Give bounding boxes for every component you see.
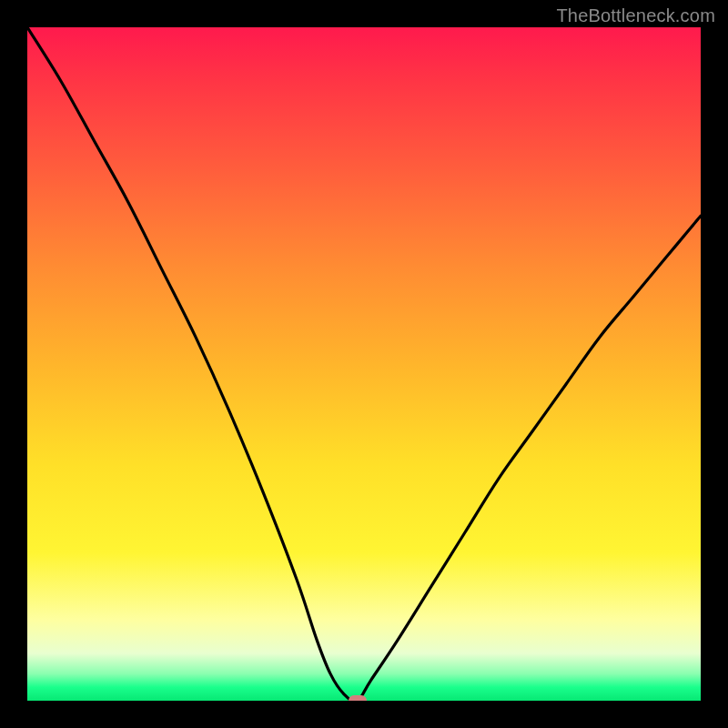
optimal-point-marker: [349, 695, 367, 701]
watermark-text: TheBottleneck.com: [556, 5, 715, 26]
plot-area: [27, 27, 701, 701]
bottleneck-curve: [27, 27, 701, 701]
chart-frame: TheBottleneck.com: [0, 0, 728, 728]
